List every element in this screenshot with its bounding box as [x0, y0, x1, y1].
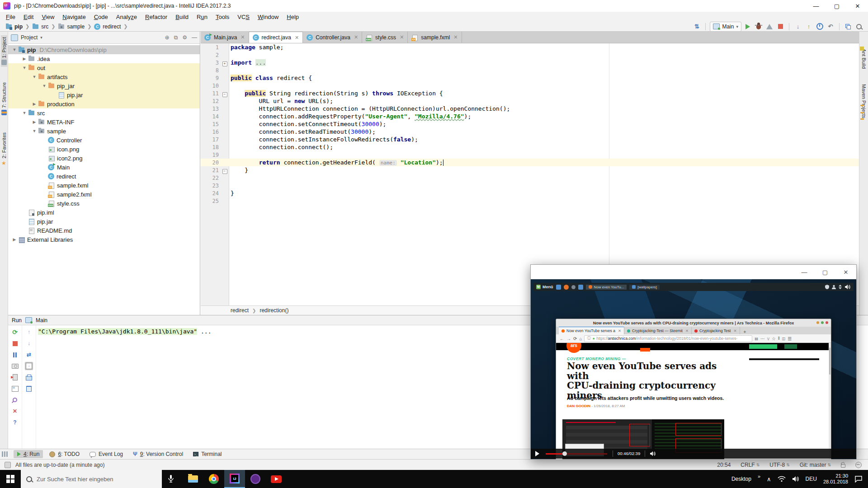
run-console[interactable]: "C:\Program Files\Java\jdk1.8.0_111\bin\… [38, 328, 212, 335]
tool-window-switcher-icon[interactable] [2, 451, 8, 457]
tool-window-button-4-run[interactable]: 4: Run [14, 450, 43, 458]
tool-stripe-7-structure[interactable]: 7: Structure [1, 80, 7, 117]
menu-code[interactable]: Code [90, 14, 112, 20]
tree-item-pip-iml[interactable]: pip.iml [8, 208, 200, 217]
warning-stripe-mark[interactable] [860, 105, 864, 106]
background-task-icon[interactable] [5, 462, 11, 468]
menu-edit[interactable]: Edit [19, 14, 38, 20]
tool-stripe-2-favorites[interactable]: 2: Favorites★ [1, 131, 7, 167]
desktop-toolbar[interactable]: Desktop [731, 476, 751, 482]
taskbar-app-media-player[interactable] [245, 470, 266, 488]
vcs-update-button[interactable]: ↓ [793, 22, 802, 31]
tree-item-idea[interactable]: ▶.idea [8, 54, 200, 63]
swap-panels-button[interactable]: ⇄ [25, 351, 33, 359]
menu-file[interactable]: File [2, 14, 19, 20]
chevron-collapsed-icon[interactable]: ▶ [31, 120, 38, 124]
tab-style-css[interactable]: cssstyle.css✕ [362, 32, 408, 43]
tab-controller-java[interactable]: Controller.java✕ [303, 32, 362, 43]
exit-button[interactable] [11, 373, 19, 381]
help-button[interactable]: ? [11, 418, 19, 427]
fold-marker-icon[interactable]: + [221, 59, 229, 66]
video-close-button[interactable]: ✕ [835, 265, 856, 279]
chevron-expanded-icon[interactable]: ▼ [41, 84, 48, 88]
close-button[interactable]: ✕ [11, 407, 19, 415]
start-button[interactable] [0, 470, 21, 488]
module-settings-button[interactable] [844, 22, 853, 31]
fold-marker-icon[interactable]: − [221, 90, 229, 97]
pin-button[interactable] [11, 396, 19, 404]
tree-item-main[interactable]: Main [8, 163, 200, 172]
tool-window-button-6-todo[interactable]: 6: TODO [46, 450, 83, 458]
breadcrumb-sample[interactable]: sample [58, 23, 85, 30]
project-view-dropdown-icon[interactable]: ▾ [40, 35, 42, 40]
vcs-branch-selector[interactable]: Git: master⇅ [800, 462, 831, 468]
sort-lines-button[interactable]: ⇅ [692, 22, 701, 31]
stop-button[interactable] [776, 22, 785, 31]
tree-item-redirect[interactable]: redirect [8, 172, 200, 181]
tree-item-readme-md[interactable]: README.md [8, 226, 200, 235]
scroll-to-end-button[interactable]: ↓ [25, 362, 33, 370]
tool-window-button-terminal[interactable]: >_Terminal [189, 450, 225, 458]
debug-button[interactable] [754, 22, 763, 31]
close-button[interactable]: ✕ [847, 0, 868, 12]
collapse-all-icon[interactable]: ⧉ [174, 34, 178, 41]
minimize-button[interactable]: — [806, 0, 826, 12]
tab-redirect-java[interactable]: redirect.java✕ [249, 32, 303, 43]
taskbar-search-box[interactable]: Zur Suche Text hier eingeben [21, 470, 162, 488]
taskbar-app-intellij[interactable]: IJ [224, 470, 245, 488]
breadcrumb-redirect[interactable]: redirect [94, 23, 121, 30]
stop-button[interactable] [11, 339, 19, 347]
tab-close-icon[interactable]: ✕ [354, 34, 358, 40]
tree-item-sample-fxml[interactable]: <>sample.fxml [8, 181, 200, 190]
undo-button[interactable]: ↶ [826, 22, 835, 31]
caret-position[interactable]: 20:54 [717, 462, 731, 468]
taskbar-app-chrome[interactable] [203, 470, 224, 488]
menu-window[interactable]: Window [254, 14, 283, 20]
menu-help[interactable]: Help [283, 14, 303, 20]
tab-close-icon[interactable]: ✕ [453, 34, 458, 40]
pause-button[interactable] [11, 351, 19, 359]
action-center-icon[interactable] [854, 475, 863, 483]
tree-item-pip-jar[interactable]: pip.jar [8, 217, 200, 226]
tree-item-meta-inf[interactable]: ▶META-INF [8, 117, 200, 127]
chevron-expanded-icon[interactable]: ▼ [11, 47, 18, 52]
menu-tools[interactable]: Tools [212, 14, 233, 20]
inspection-status-indicator[interactable] [860, 47, 864, 51]
hide-panel-icon[interactable]: — [192, 34, 197, 41]
up-button[interactable]: ↑ [25, 328, 33, 336]
editor-breadcrumb-item[interactable]: redirect [231, 307, 249, 314]
menu-vcs[interactable]: VCS [233, 14, 254, 20]
tab-sample-fxml[interactable]: <>sample.fxml✕ [408, 32, 462, 43]
cortana-mic-button[interactable] [162, 470, 180, 488]
tab-close-icon[interactable]: ✕ [400, 34, 404, 40]
tree-item-icon-png[interactable]: icon.png [8, 145, 200, 154]
warning-stripe-mark[interactable] [860, 118, 864, 120]
tree-item-pip-jar[interactable]: pip.jar [8, 90, 200, 99]
taskbar-clock[interactable]: 21:30 28.01.2018 [823, 473, 848, 485]
chevron-expanded-icon[interactable]: ▼ [21, 66, 28, 70]
editor-breadcrumb-item[interactable]: redirection() [259, 307, 288, 314]
breadcrumb-src[interactable]: src [32, 23, 48, 30]
run-button[interactable] [743, 22, 752, 31]
tree-item-external-libraries[interactable]: ▶External Libraries [8, 235, 200, 244]
volume-icon[interactable] [792, 476, 799, 482]
menu-build[interactable]: Build [171, 14, 193, 20]
coverage-button[interactable] [765, 22, 774, 31]
rerun-button[interactable]: ⟳ [11, 328, 19, 336]
maximize-button[interactable]: ▢ [826, 0, 847, 12]
breadcrumb-pip[interactable]: pip [5, 23, 23, 30]
wifi-icon[interactable] [778, 476, 786, 482]
highlighting-level-icon[interactable] [855, 462, 862, 468]
menu-analyze[interactable]: Analyze [112, 14, 141, 20]
down-button[interactable]: ↓ [25, 339, 33, 347]
tree-item-artifacts[interactable]: ▼artifacts [8, 72, 200, 81]
print-button[interactable] [25, 373, 33, 381]
clear-all-button[interactable] [25, 385, 33, 393]
console-layout-button[interactable] [11, 385, 19, 393]
tool-window-button-9-version-control[interactable]: Ψ9: Version Control [129, 450, 187, 458]
tree-item-sample2-fxml[interactable]: <>sample2.fxml [8, 190, 200, 199]
tree-item-style-css[interactable]: cssstyle.css [8, 199, 200, 208]
vcs-commit-button[interactable]: ↑ [804, 22, 813, 31]
history-button[interactable] [815, 22, 824, 31]
tree-item-pip[interactable]: ▼pipD:\ChromeDownloads\pip [8, 45, 200, 54]
